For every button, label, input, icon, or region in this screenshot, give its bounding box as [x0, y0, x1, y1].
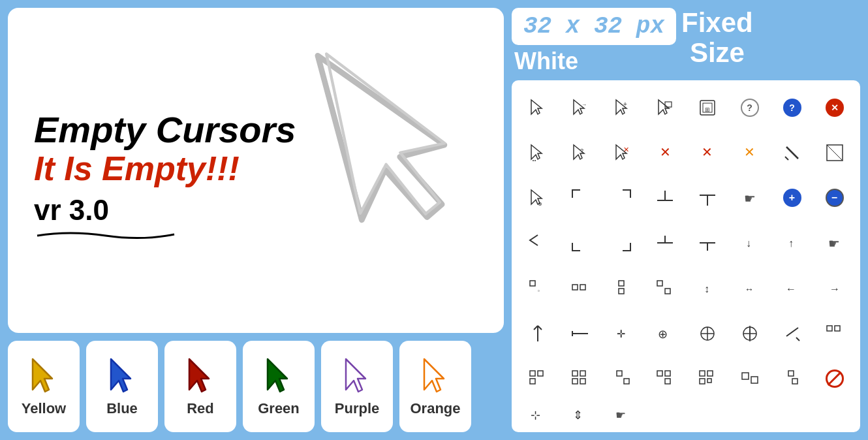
right-panel: 32 x 32 px White FixedSize → + ⊞	[512, 8, 860, 432]
grid-icon-5: ⊞	[695, 95, 720, 120]
svg-text:⊕: ⊕	[538, 201, 542, 207]
hero-subtitle: It Is Empty!!!	[34, 150, 296, 187]
grid-icon-16	[822, 140, 847, 165]
swatch-red[interactable]: Red	[164, 341, 236, 432]
svg-text:✕: ✕	[702, 145, 713, 159]
grid-icon-26	[568, 230, 593, 255]
svg-text:↑: ↑	[788, 238, 794, 249]
svg-rect-79	[580, 371, 585, 376]
fixed-size-label: FixedSize	[681, 8, 753, 68]
grid-icon-7: ?	[780, 95, 805, 120]
grid-icon-19	[610, 185, 635, 210]
grid-icon-27	[610, 230, 635, 255]
grid-icon-31: ↑	[780, 230, 805, 255]
svg-marker-4	[189, 359, 209, 392]
grid-icon-8: ✕	[822, 95, 847, 120]
grid-icon-46	[737, 321, 762, 346]
grid-icon-48	[822, 321, 847, 346]
grid-icon-33: ▫	[525, 276, 550, 301]
swatch-yellow-label: Yellow	[22, 400, 66, 417]
swatch-blue-label: Blue	[106, 400, 138, 417]
svg-marker-6	[346, 359, 365, 392]
grid-icon-47	[780, 321, 805, 346]
svg-text:?: ?	[580, 148, 583, 154]
grid-icon-12: ✕	[653, 140, 677, 165]
swatch-purple[interactable]: Purple	[321, 341, 393, 432]
svg-marker-7	[424, 359, 444, 392]
white-label: White	[512, 48, 676, 75]
grid-icon-28	[653, 230, 677, 255]
grid-icon-39: ←	[780, 276, 805, 301]
svg-line-30	[827, 145, 843, 161]
grid-icon-54	[737, 366, 762, 391]
svg-rect-86	[665, 371, 670, 376]
svg-rect-83	[624, 379, 629, 384]
badge-plus-blue-icon: +	[783, 189, 801, 207]
svg-rect-75	[530, 371, 535, 376]
svg-text:✛: ✛	[617, 328, 625, 339]
left-col-header: 32 x 32 px White	[512, 8, 676, 75]
svg-marker-5	[268, 359, 287, 392]
svg-marker-3	[111, 359, 131, 392]
grid-icon-40: →	[822, 276, 847, 301]
svg-rect-51	[657, 281, 662, 286]
svg-line-28	[785, 157, 788, 160]
grid-icon-6: ?	[737, 95, 762, 120]
svg-text:▫: ▫	[538, 288, 540, 294]
svg-text:→: →	[581, 102, 587, 108]
right-header: 32 x 32 px White FixedSize	[512, 8, 860, 75]
svg-rect-49	[619, 281, 624, 286]
hero-box: Empty Cursors It Is Empty!!! vr 3.0	[8, 8, 504, 333]
svg-text:✕: ✕	[660, 145, 671, 159]
svg-line-71	[786, 328, 798, 336]
grid-icon-42	[568, 321, 593, 346]
grid-icon-3: +	[610, 95, 635, 120]
grid-icon-51	[610, 366, 635, 391]
grid-icon-45	[695, 321, 720, 346]
grid-icon-21	[695, 185, 720, 210]
grid-icon-35	[610, 276, 635, 301]
grid-icon-29	[695, 230, 720, 255]
swatch-yellow[interactable]: Yellow	[8, 341, 80, 432]
svg-rect-80	[572, 379, 578, 384]
swatch-green[interactable]: Green	[243, 341, 315, 432]
svg-rect-93	[788, 371, 794, 376]
svg-rect-88	[707, 371, 713, 376]
svg-text:↔: ↔	[745, 284, 754, 294]
svg-rect-47	[572, 285, 578, 290]
svg-rect-87	[700, 371, 705, 376]
grid-icon-32: ☛	[822, 230, 847, 255]
grid-icon-11: ✕	[610, 140, 635, 165]
svg-text:↓: ↓	[746, 238, 751, 249]
swatch-purple-label: Purple	[335, 400, 379, 417]
svg-text:☛: ☛	[615, 409, 626, 422]
hero-title: Empty Cursors	[34, 110, 296, 150]
grid-icon-22: ☛	[737, 185, 762, 210]
grid-icon-14: ✕	[737, 140, 762, 165]
svg-marker-18	[531, 145, 542, 159]
grid-icon-36	[653, 276, 677, 301]
svg-text:⇕: ⇕	[573, 409, 583, 422]
hero-version: vr 3.0	[34, 194, 296, 227]
badge-minus-blue-icon: −	[826, 189, 844, 207]
grid-icon-37: ↕	[695, 276, 720, 301]
swatch-orange-label: Orange	[410, 400, 460, 417]
no-symbol-icon	[826, 369, 844, 388]
grid-icon-41	[525, 321, 550, 346]
svg-text:←: ←	[786, 283, 796, 294]
grid-icon-34	[568, 276, 593, 301]
svg-text:→: →	[829, 283, 840, 294]
svg-rect-77	[530, 379, 535, 384]
svg-rect-89	[700, 379, 705, 384]
badge-q-icon: ?	[741, 99, 759, 117]
grid-icon-44: ⊕	[653, 321, 677, 346]
svg-rect-45	[530, 281, 535, 286]
grid-icon-9	[525, 140, 550, 165]
swatch-blue[interactable]: Blue	[86, 341, 158, 432]
version-underline	[34, 229, 178, 231]
svg-rect-90	[707, 379, 711, 383]
cursor-hero-image	[295, 14, 504, 262]
swatch-orange[interactable]: Orange	[399, 341, 471, 432]
badge-x-red-icon: ✕	[826, 99, 844, 117]
grid-icon-23: +	[780, 185, 805, 210]
